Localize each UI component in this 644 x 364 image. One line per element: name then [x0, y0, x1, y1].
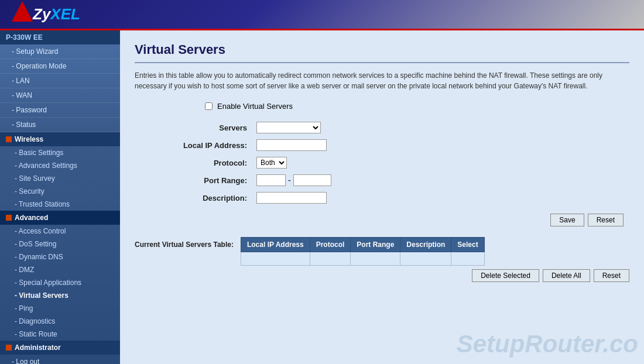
cvst-label: Current Virtual Servers Table: [135, 237, 234, 249]
sidebar-item-status[interactable]: - Status [0, 118, 120, 132]
table-reset-button[interactable]: Reset [594, 269, 629, 282]
cell-port-range [351, 252, 400, 266]
sidebar-device: P-330W EE [0, 30, 120, 44]
port-range-end[interactable] [293, 174, 331, 186]
cvst-table-container: Local IP Address Protocol Port Range Des… [241, 237, 629, 282]
main-content: Virtual Servers Entries in this table al… [120, 30, 644, 364]
logo-text: ZyXEL [33, 5, 80, 23]
sidebar-item-advanced-settings[interactable]: - Advanced Settings [0, 159, 120, 172]
page-title: Virtual Servers [135, 42, 629, 63]
sidebar-item-password[interactable]: - Password [0, 103, 120, 118]
port-range-start[interactable] [256, 174, 286, 186]
header: ZyXEL [0, 0, 644, 30]
form-table: Servers Local IP Address: Protocol: [135, 119, 629, 207]
advanced-section-icon [6, 215, 12, 221]
administrator-section-label: Administrator [15, 344, 61, 352]
sidebar-item-setup-wizard[interactable]: - Setup Wizard [0, 44, 120, 59]
administrator-section-icon [6, 345, 12, 351]
watermark: SetupRouter.co [457, 330, 638, 358]
sidebar-item-trusted-stations[interactable]: - Trusted Stations [0, 198, 120, 211]
form-buttons: Save Reset [135, 214, 629, 226]
logo-triangle [12, 1, 33, 22]
cvst-table: Local IP Address Protocol Port Range Des… [241, 237, 485, 266]
description-input[interactable] [256, 192, 327, 204]
col-select: Select [451, 238, 484, 252]
sidebar-item-lan[interactable]: - LAN [0, 74, 120, 88]
col-port-range: Port Range [351, 238, 400, 252]
local-ip-input[interactable] [256, 139, 327, 151]
sidebar-item-diagnostics[interactable]: - Diagnostics [0, 315, 120, 328]
sidebar-item-security[interactable]: - Security [0, 185, 120, 198]
delete-row: Delete Selected Delete All Reset [241, 269, 629, 282]
delete-selected-button[interactable]: Delete Selected [472, 269, 539, 282]
sidebar-item-site-survey[interactable]: - Site Survey [0, 172, 120, 185]
logo: ZyXEL [9, 4, 80, 25]
sidebar-item-static-route[interactable]: - Static Route [0, 328, 120, 341]
page-description: Entries in this table allow you to autom… [135, 70, 629, 91]
description-row: Description: [135, 189, 629, 207]
enable-checkbox[interactable] [205, 102, 213, 110]
cell-select [451, 252, 484, 266]
port-range-label: Port Range: [135, 171, 252, 189]
col-protocol: Protocol [310, 238, 351, 252]
sidebar-item-operation-mode[interactable]: - Operation Mode [0, 59, 120, 74]
cvst-header-row: Local IP Address Protocol Port Range Des… [241, 238, 484, 252]
save-button[interactable]: Save [550, 214, 584, 226]
port-range-inputs: - [256, 174, 625, 186]
wireless-section-icon [6, 136, 12, 142]
sidebar-item-dynamic-dns[interactable]: - Dynamic DNS [0, 250, 120, 263]
servers-select[interactable] [256, 122, 321, 133]
sidebar-item-ping[interactable]: - Ping [0, 302, 120, 315]
delete-all-button[interactable]: Delete All [543, 269, 590, 282]
protocol-label: Protocol: [135, 154, 252, 171]
col-description: Description [400, 238, 451, 252]
sidebar-section-wireless[interactable]: Wireless [0, 132, 120, 146]
logo-xel: XEL [50, 5, 80, 23]
sidebar-item-special-applications[interactable]: - Special Applications [0, 276, 120, 289]
sidebar-item-access-control[interactable]: - Access Control [0, 225, 120, 238]
port-range-separator: - [288, 176, 291, 185]
table-row [241, 252, 484, 266]
sidebar-section-administrator[interactable]: Administrator [0, 341, 120, 355]
col-local-ip: Local IP Address [241, 238, 310, 252]
main-inner: Virtual Servers Entries in this table al… [120, 30, 644, 364]
sidebar-item-basic-settings[interactable]: - Basic Settings [0, 146, 120, 159]
sidebar-item-dos-setting[interactable]: - DoS Setting [0, 238, 120, 250]
sidebar-section-advanced[interactable]: Advanced [0, 211, 120, 225]
wireless-section-label: Wireless [15, 135, 43, 143]
enable-row: Enable Virtual Servers [135, 102, 629, 111]
protocol-select[interactable]: Both TCP UDP [256, 157, 287, 169]
servers-row: Servers [135, 119, 629, 136]
cvst-section: Current Virtual Servers Table: Local IP … [135, 237, 629, 282]
sidebar-item-logout[interactable]: - Log out [0, 355, 120, 364]
reset-button[interactable]: Reset [588, 214, 624, 226]
layout: P-330W EE - Setup Wizard - Operation Mod… [0, 30, 644, 364]
sidebar: P-330W EE - Setup Wizard - Operation Mod… [0, 30, 120, 364]
servers-label: Servers [135, 119, 252, 136]
local-ip-label: Local IP Address: [135, 136, 252, 154]
cell-description [400, 252, 451, 266]
advanced-section-label: Advanced [15, 214, 48, 222]
sidebar-item-dmz[interactable]: - DMZ [0, 263, 120, 276]
cell-protocol [310, 252, 351, 266]
logo-zy: Zy [33, 5, 50, 23]
protocol-row: Protocol: Both TCP UDP [135, 154, 629, 171]
sidebar-item-virtual-servers[interactable]: - Virtual Servers [0, 289, 120, 302]
description-label: Description: [135, 189, 252, 207]
sidebar-item-wan[interactable]: - WAN [0, 88, 120, 103]
cell-local-ip [241, 252, 310, 266]
enable-label[interactable]: Enable Virtual Servers [217, 102, 293, 111]
local-ip-row: Local IP Address: [135, 136, 629, 154]
port-range-row: Port Range: - [135, 171, 629, 189]
